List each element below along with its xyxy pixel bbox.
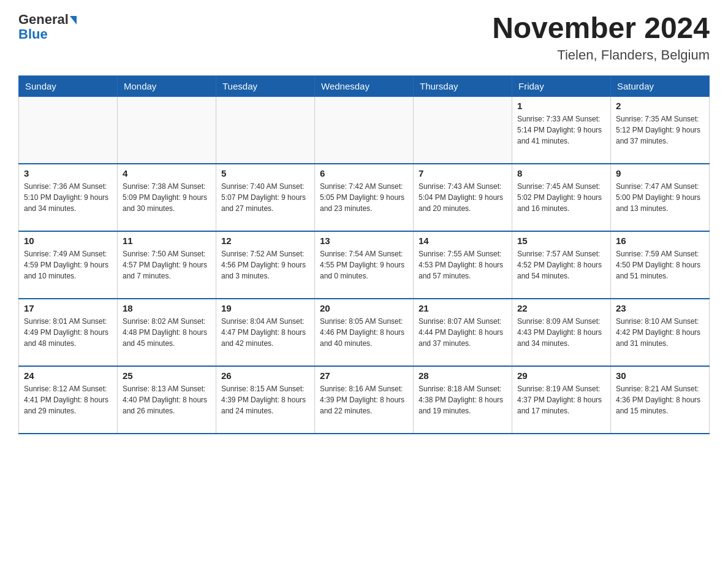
day-number: 25 xyxy=(123,370,211,381)
col-monday: Monday xyxy=(118,75,216,96)
col-sunday: Sunday xyxy=(19,75,118,96)
table-row: 9Sunrise: 7:47 AM Sunset: 5:00 PM Daylig… xyxy=(611,164,710,231)
col-wednesday: Wednesday xyxy=(315,75,414,96)
day-number: 7 xyxy=(419,168,507,178)
day-number: 13 xyxy=(320,236,408,246)
week-row-5: 24Sunrise: 8:12 AM Sunset: 4:41 PM Dayli… xyxy=(19,366,710,434)
table-row: 14Sunrise: 7:55 AM Sunset: 4:53 PM Dayli… xyxy=(414,231,512,299)
col-tuesday: Tuesday xyxy=(216,75,315,96)
day-number: 12 xyxy=(221,236,309,246)
table-row: 27Sunrise: 8:16 AM Sunset: 4:39 PM Dayli… xyxy=(315,366,414,434)
day-number: 27 xyxy=(320,370,408,381)
day-number: 14 xyxy=(419,236,507,246)
day-number: 19 xyxy=(221,303,309,313)
day-info: Sunrise: 7:57 AM Sunset: 4:52 PM Dayligh… xyxy=(517,248,605,282)
day-info: Sunrise: 8:01 AM Sunset: 4:49 PM Dayligh… xyxy=(24,316,112,349)
logo: General Blue xyxy=(18,12,77,42)
day-number: 9 xyxy=(616,168,704,178)
day-info: Sunrise: 7:52 AM Sunset: 4:56 PM Dayligh… xyxy=(221,248,309,282)
day-number: 26 xyxy=(221,370,309,381)
day-info: Sunrise: 7:47 AM Sunset: 5:00 PM Dayligh… xyxy=(616,181,704,214)
day-info: Sunrise: 7:40 AM Sunset: 5:07 PM Dayligh… xyxy=(221,181,309,214)
table-row: 28Sunrise: 8:18 AM Sunset: 4:38 PM Dayli… xyxy=(414,366,512,434)
day-number: 4 xyxy=(123,168,211,178)
day-info: Sunrise: 7:50 AM Sunset: 4:57 PM Dayligh… xyxy=(123,248,211,282)
day-number: 2 xyxy=(616,101,704,111)
table-row: 23Sunrise: 8:10 AM Sunset: 4:42 PM Dayli… xyxy=(611,299,710,366)
day-info: Sunrise: 7:55 AM Sunset: 4:53 PM Dayligh… xyxy=(419,248,507,282)
day-info: Sunrise: 7:45 AM Sunset: 5:02 PM Dayligh… xyxy=(517,181,605,214)
day-number: 28 xyxy=(419,370,507,381)
day-info: Sunrise: 8:13 AM Sunset: 4:40 PM Dayligh… xyxy=(123,383,211,416)
day-info: Sunrise: 7:49 AM Sunset: 4:59 PM Dayligh… xyxy=(24,248,112,282)
day-number: 23 xyxy=(616,303,704,313)
logo-blue: Blue xyxy=(18,26,48,42)
table-row: 22Sunrise: 8:09 AM Sunset: 4:43 PM Dayli… xyxy=(512,299,611,366)
table-row: 1Sunrise: 7:33 AM Sunset: 5:14 PM Daylig… xyxy=(512,96,611,164)
table-row: 26Sunrise: 8:15 AM Sunset: 4:39 PM Dayli… xyxy=(216,366,315,434)
day-number: 30 xyxy=(616,370,704,381)
day-number: 6 xyxy=(320,168,408,178)
table-row: 19Sunrise: 8:04 AM Sunset: 4:47 PM Dayli… xyxy=(216,299,315,366)
table-row xyxy=(315,96,414,164)
col-friday: Friday xyxy=(512,75,611,96)
table-row: 13Sunrise: 7:54 AM Sunset: 4:55 PM Dayli… xyxy=(315,231,414,299)
month-title: November 2024 xyxy=(492,12,710,45)
day-info: Sunrise: 8:02 AM Sunset: 4:48 PM Dayligh… xyxy=(123,316,211,349)
table-row: 4Sunrise: 7:38 AM Sunset: 5:09 PM Daylig… xyxy=(118,164,216,231)
table-row: 30Sunrise: 8:21 AM Sunset: 4:36 PM Dayli… xyxy=(611,366,710,434)
day-number: 21 xyxy=(419,303,507,313)
day-info: Sunrise: 8:16 AM Sunset: 4:39 PM Dayligh… xyxy=(320,383,408,416)
day-info: Sunrise: 7:54 AM Sunset: 4:55 PM Dayligh… xyxy=(320,248,408,282)
weekday-header-row: Sunday Monday Tuesday Wednesday Thursday… xyxy=(19,75,710,96)
table-row: 24Sunrise: 8:12 AM Sunset: 4:41 PM Dayli… xyxy=(19,366,118,434)
day-info: Sunrise: 8:15 AM Sunset: 4:39 PM Dayligh… xyxy=(221,383,309,416)
week-row-1: 1Sunrise: 7:33 AM Sunset: 5:14 PM Daylig… xyxy=(19,96,710,164)
table-row xyxy=(414,96,512,164)
table-row xyxy=(216,96,315,164)
day-number: 5 xyxy=(221,168,309,178)
table-row: 11Sunrise: 7:50 AM Sunset: 4:57 PM Dayli… xyxy=(118,231,216,299)
table-row: 18Sunrise: 8:02 AM Sunset: 4:48 PM Dayli… xyxy=(118,299,216,366)
table-row: 29Sunrise: 8:19 AM Sunset: 4:37 PM Dayli… xyxy=(512,366,611,434)
day-info: Sunrise: 8:10 AM Sunset: 4:42 PM Dayligh… xyxy=(616,316,704,349)
day-info: Sunrise: 8:09 AM Sunset: 4:43 PM Dayligh… xyxy=(517,316,605,349)
table-row xyxy=(118,96,216,164)
day-number: 17 xyxy=(24,303,112,313)
day-number: 22 xyxy=(517,303,605,313)
day-info: Sunrise: 7:42 AM Sunset: 5:05 PM Dayligh… xyxy=(320,181,408,214)
table-row: 17Sunrise: 8:01 AM Sunset: 4:49 PM Dayli… xyxy=(19,299,118,366)
table-row: 21Sunrise: 8:07 AM Sunset: 4:44 PM Dayli… xyxy=(414,299,512,366)
table-row: 7Sunrise: 7:43 AM Sunset: 5:04 PM Daylig… xyxy=(414,164,512,231)
day-number: 3 xyxy=(24,168,112,178)
table-row: 25Sunrise: 8:13 AM Sunset: 4:40 PM Dayli… xyxy=(118,366,216,434)
day-number: 1 xyxy=(517,101,605,111)
day-number: 20 xyxy=(320,303,408,313)
day-number: 11 xyxy=(123,236,211,246)
table-row: 8Sunrise: 7:45 AM Sunset: 5:02 PM Daylig… xyxy=(512,164,611,231)
day-info: Sunrise: 8:04 AM Sunset: 4:47 PM Dayligh… xyxy=(221,316,309,349)
logo-general: General xyxy=(18,12,77,27)
day-info: Sunrise: 8:12 AM Sunset: 4:41 PM Dayligh… xyxy=(24,383,112,416)
page-header: General Blue November 2024 Tielen, Fland… xyxy=(18,12,710,63)
day-info: Sunrise: 8:18 AM Sunset: 4:38 PM Dayligh… xyxy=(419,383,507,416)
table-row xyxy=(19,96,118,164)
day-number: 29 xyxy=(517,370,605,381)
day-info: Sunrise: 7:36 AM Sunset: 5:10 PM Dayligh… xyxy=(24,181,112,214)
table-row: 20Sunrise: 8:05 AM Sunset: 4:46 PM Dayli… xyxy=(315,299,414,366)
table-row: 5Sunrise: 7:40 AM Sunset: 5:07 PM Daylig… xyxy=(216,164,315,231)
day-info: Sunrise: 7:33 AM Sunset: 5:14 PM Dayligh… xyxy=(517,113,605,147)
day-info: Sunrise: 7:43 AM Sunset: 5:04 PM Dayligh… xyxy=(419,181,507,214)
day-number: 24 xyxy=(24,370,112,381)
table-row: 12Sunrise: 7:52 AM Sunset: 4:56 PM Dayli… xyxy=(216,231,315,299)
table-row: 2Sunrise: 7:35 AM Sunset: 5:12 PM Daylig… xyxy=(611,96,710,164)
day-number: 15 xyxy=(517,236,605,246)
day-number: 8 xyxy=(517,168,605,178)
day-number: 18 xyxy=(123,303,211,313)
table-row: 15Sunrise: 7:57 AM Sunset: 4:52 PM Dayli… xyxy=(512,231,611,299)
day-info: Sunrise: 7:35 AM Sunset: 5:12 PM Dayligh… xyxy=(616,113,704,147)
week-row-2: 3Sunrise: 7:36 AM Sunset: 5:10 PM Daylig… xyxy=(19,164,710,231)
week-row-4: 17Sunrise: 8:01 AM Sunset: 4:49 PM Dayli… xyxy=(19,299,710,366)
day-info: Sunrise: 8:19 AM Sunset: 4:37 PM Dayligh… xyxy=(517,383,605,416)
day-info: Sunrise: 8:21 AM Sunset: 4:36 PM Dayligh… xyxy=(616,383,704,416)
